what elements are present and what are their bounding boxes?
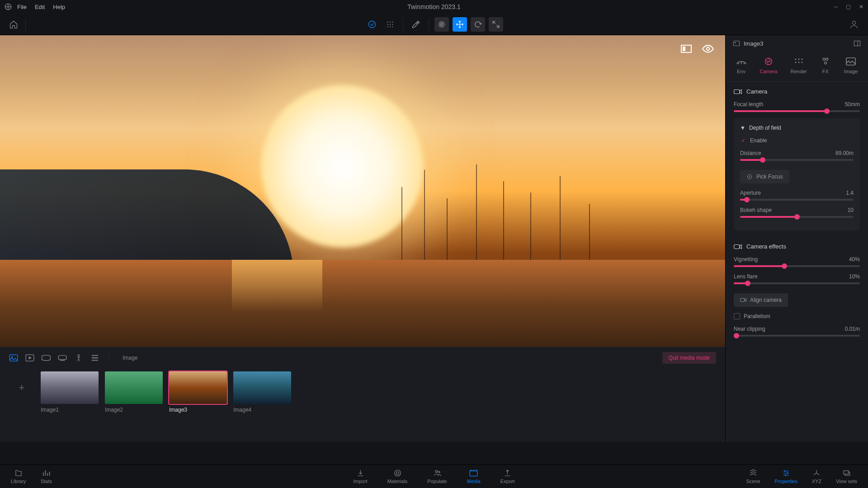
menu-help[interactable]: Help bbox=[53, 4, 65, 10]
bottombar-import[interactable]: Import bbox=[353, 469, 367, 484]
svg-point-10 bbox=[392, 26, 393, 27]
svg-point-4 bbox=[392, 21, 393, 22]
minimize-icon[interactable]: ─ bbox=[834, 4, 838, 10]
svg-rect-20 bbox=[733, 41, 739, 46]
align-camera-button[interactable]: Align camera bbox=[734, 293, 788, 307]
move-tool-icon[interactable] bbox=[453, 17, 467, 32]
viewsets-icon bbox=[842, 469, 851, 477]
render-icon bbox=[793, 57, 804, 66]
svg-point-19 bbox=[78, 355, 80, 357]
distance-value: 89.00m bbox=[835, 150, 854, 156]
presenter-media-icon[interactable] bbox=[74, 354, 83, 361]
visibility-eye-icon[interactable] bbox=[702, 42, 714, 55]
bottombar-viewsets[interactable]: View sets bbox=[836, 469, 857, 484]
bottombar-populate[interactable]: Populate bbox=[427, 469, 447, 484]
maximize-icon[interactable]: ▢ bbox=[846, 4, 851, 10]
rendered-scene bbox=[0, 35, 725, 347]
thumbnail-image3[interactable]: Image3 bbox=[169, 371, 227, 413]
thumbnail-image4[interactable]: Image4 bbox=[233, 371, 291, 413]
list-media-icon[interactable] bbox=[90, 354, 99, 361]
home-icon[interactable] bbox=[9, 20, 18, 29]
thumbnail-image2[interactable]: Image2 bbox=[105, 371, 163, 413]
quit-media-mode-button[interactable]: Quit media mode bbox=[662, 352, 716, 364]
svg-point-36 bbox=[749, 176, 750, 177]
tab-render[interactable]: Render bbox=[791, 57, 807, 74]
aperture-slider[interactable] bbox=[740, 199, 854, 201]
scene-icon bbox=[749, 469, 758, 477]
menu-edit[interactable]: Edit bbox=[35, 4, 45, 10]
tab-image[interactable]: Image bbox=[844, 57, 858, 74]
panorama-set-media-icon[interactable] bbox=[58, 354, 67, 361]
bokeh-slider[interactable] bbox=[740, 216, 854, 218]
svg-point-46 bbox=[785, 474, 786, 476]
app-title: Twinmotion 2023.1 bbox=[407, 3, 461, 10]
nearclip-slider[interactable] bbox=[734, 335, 860, 337]
rotate-tool-icon[interactable] bbox=[471, 17, 485, 32]
pick-focus-button[interactable]: Pick Focus bbox=[740, 170, 789, 183]
tab-env[interactable]: Env bbox=[736, 57, 747, 74]
svg-point-42 bbox=[438, 471, 440, 473]
bottombar-stats[interactable]: Stats bbox=[41, 469, 52, 484]
svg-point-15 bbox=[707, 47, 710, 51]
menu-file[interactable]: File bbox=[17, 4, 27, 10]
properties-tabs: Env Camera Render FX Image bbox=[726, 52, 868, 82]
stats-icon bbox=[42, 469, 51, 477]
panorama-media-icon[interactable] bbox=[42, 354, 51, 361]
focal-length-slider[interactable] bbox=[734, 110, 860, 112]
back-tool-icon[interactable] bbox=[434, 17, 449, 32]
lensflare-slider[interactable] bbox=[734, 282, 860, 284]
eyedropper-tool-icon[interactable] bbox=[409, 17, 423, 32]
checkmark-tool-icon[interactable] bbox=[365, 17, 379, 32]
bottombar-properties[interactable]: Properties bbox=[775, 469, 797, 484]
thumbnail-label: Image2 bbox=[105, 407, 163, 413]
camera-section-icon bbox=[734, 89, 742, 95]
panel-toggle-icon[interactable] bbox=[854, 40, 861, 47]
svg-point-44 bbox=[784, 470, 785, 472]
bottombar-export[interactable]: Export bbox=[500, 469, 515, 484]
enable-checkbox[interactable]: ✓ bbox=[740, 137, 746, 144]
camera-section-header: Camera bbox=[746, 88, 767, 95]
svg-point-21 bbox=[735, 42, 736, 43]
svg-point-31 bbox=[826, 58, 828, 61]
image-media-icon[interactable] bbox=[9, 354, 18, 361]
bottombar-scene[interactable]: Scene bbox=[746, 469, 760, 484]
close-icon[interactable]: ✕ bbox=[859, 4, 863, 10]
populate-icon bbox=[433, 469, 442, 477]
bottombar-media[interactable]: Media bbox=[467, 469, 481, 484]
svg-point-28 bbox=[798, 62, 799, 63]
viewport[interactable]: Image Quit media mode + Image1 Image2 Im… bbox=[0, 35, 725, 442]
bottombar-materials[interactable]: Materials bbox=[387, 469, 408, 484]
svg-point-27 bbox=[795, 62, 796, 63]
tab-camera[interactable]: Camera bbox=[760, 57, 778, 74]
svg-point-9 bbox=[390, 26, 391, 27]
nearclip-label: Near clipping bbox=[734, 326, 765, 332]
collapse-icon[interactable]: ▼ bbox=[740, 125, 745, 131]
app-logo-icon bbox=[5, 3, 12, 10]
add-media-button[interactable]: + bbox=[9, 371, 34, 404]
lensflare-value: 10% bbox=[849, 273, 860, 280]
vignetting-slider[interactable] bbox=[734, 265, 860, 267]
grid-tool-icon[interactable] bbox=[383, 17, 397, 32]
video-media-icon[interactable] bbox=[25, 354, 34, 361]
image-tab-icon bbox=[845, 57, 856, 66]
tab-fx[interactable]: FX bbox=[820, 57, 831, 74]
focal-length-label: Focal length bbox=[734, 101, 763, 108]
media-bar: Image Quit media mode + Image1 Image2 Im… bbox=[0, 347, 725, 442]
bottombar-library[interactable]: Library bbox=[11, 469, 26, 484]
aperture-value: 1.4 bbox=[846, 190, 854, 196]
distance-slider[interactable] bbox=[740, 159, 854, 161]
bottombar-xyz[interactable]: XYZ bbox=[812, 469, 821, 484]
user-icon[interactable] bbox=[849, 19, 859, 29]
env-icon bbox=[736, 57, 747, 66]
svg-point-3 bbox=[390, 21, 391, 22]
aspect-ratio-icon[interactable] bbox=[680, 42, 693, 55]
svg-point-11 bbox=[439, 21, 445, 28]
vignetting-value: 40% bbox=[849, 256, 860, 263]
target-icon bbox=[746, 174, 753, 180]
scale-tool-icon[interactable] bbox=[489, 17, 503, 32]
parallelism-checkbox[interactable] bbox=[734, 313, 740, 319]
thumbnail-label: Image1 bbox=[41, 407, 99, 413]
thumbnail-image1[interactable]: Image1 bbox=[41, 371, 99, 413]
fx-icon bbox=[820, 57, 831, 66]
svg-point-29 bbox=[801, 62, 802, 63]
